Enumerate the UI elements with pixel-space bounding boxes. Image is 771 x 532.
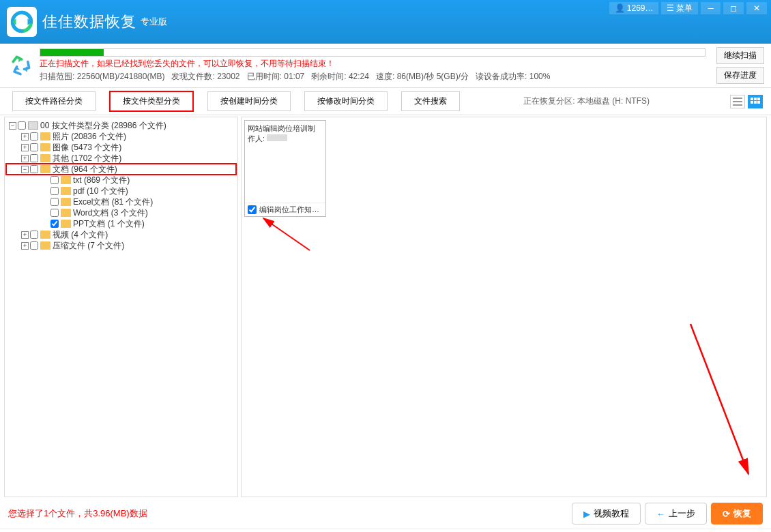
tree-other[interactable]: +其他 (1702 个文件): [6, 153, 236, 164]
expand-icon[interactable]: +: [21, 144, 29, 151]
tree-checkbox[interactable]: [18, 121, 26, 130]
recycle-icon: [7, 52, 34, 79]
tree-checkbox[interactable]: [50, 176, 59, 184]
selection-text: 您选择了1个文件，共3.96(MB)数据: [8, 507, 147, 520]
tabs-row: 按文件路径分类 按文件类型分类 按创建时间分类 按修改时间分类 文件搜索 正在恢…: [0, 87, 771, 115]
svg-rect-5: [751, 98, 753, 100]
view-grid-button[interactable]: [748, 95, 763, 108]
preview-file-label: 编辑岗位工作知…: [259, 205, 319, 215]
preview-checkbox[interactable]: [248, 205, 257, 214]
expand-icon[interactable]: +: [21, 231, 29, 239]
tree-checkbox[interactable]: [50, 220, 59, 228]
expand-icon[interactable]: +: [21, 242, 29, 250]
svg-rect-7: [757, 98, 760, 100]
view-list-button[interactable]: [730, 95, 745, 108]
partition-info: 正在恢复分区: 本地磁盘 (H: NTFS): [523, 95, 650, 107]
folder-icon: [40, 231, 50, 239]
tree-panel: −00 按文件类型分类 (28986 个文件) +照片 (20836 个文件) …: [4, 117, 238, 497]
minimize-button[interactable]: ─: [701, 2, 721, 14]
tab-by-modified[interactable]: 按修改时间分类: [304, 91, 388, 111]
svg-marker-2: [18, 57, 22, 63]
tree-doc[interactable]: −文档 (964 个文件): [6, 164, 236, 175]
tree-checkbox[interactable]: [30, 143, 38, 151]
tree-pdf[interactable]: pdf (10 个文件): [6, 186, 236, 196]
scan-stats: 扫描范围: 22560(MB)/241880(MB) 发现文件数: 23002 …: [40, 71, 705, 83]
preview-panel: 网站编辑岗位培训制作人: 编辑岗位工作知…: [241, 117, 767, 497]
arrow-left-icon: ←: [656, 509, 665, 519]
expand-icon[interactable]: +: [21, 155, 29, 162]
tree-checkbox[interactable]: [30, 241, 38, 250]
svg-line-12: [263, 218, 310, 250]
app-title: 佳佳数据恢复: [42, 12, 136, 32]
tree-txt[interactable]: txt (869 个文件): [6, 175, 236, 186]
menu-icon: ☰: [667, 3, 674, 13]
tree-checkbox[interactable]: [50, 198, 59, 206]
tree-root[interactable]: −00 按文件类型分类 (28986 个文件): [6, 120, 236, 131]
scan-progress: [40, 48, 705, 57]
folder-icon: [40, 143, 50, 151]
continue-scan-button[interactable]: 继续扫描: [716, 47, 764, 64]
preview-card[interactable]: 网站编辑岗位培训制作人: 编辑岗位工作知…: [244, 120, 326, 217]
app-edition: 专业版: [141, 16, 167, 28]
folder-icon: [61, 176, 71, 184]
svg-rect-6: [754, 98, 757, 100]
svg-marker-3: [24, 66, 27, 72]
collapse-icon[interactable]: −: [9, 122, 16, 130]
folder-icon: [61, 187, 71, 195]
video-icon: ▶: [583, 509, 590, 519]
svg-rect-8: [751, 101, 753, 104]
footer: 官方网站 免费咨询 i关于软件 高清视频教程，数据恢复从入门到精通，点击立即学习…: [0, 529, 771, 532]
previous-button[interactable]: ←上一步: [645, 503, 707, 524]
folder-icon: [40, 165, 50, 173]
svg-rect-9: [754, 101, 757, 104]
tree-video[interactable]: +视频 (4 个文件): [6, 229, 236, 240]
content-area: −00 按文件类型分类 (28986 个文件) +照片 (20836 个文件) …: [0, 115, 771, 499]
scan-section: 正在扫描文件，如果已经找到您丢失的文件，可以立即恢复，不用等待扫描结束！ 扫描范…: [0, 44, 771, 87]
title-bar: 佳佳数据恢复 专业版 👤1269… ☰菜单 ─ ◻ ✕: [0, 0, 771, 44]
drive-icon: [28, 121, 38, 130]
tree-checkbox[interactable]: [30, 154, 38, 162]
svg-rect-10: [757, 101, 760, 104]
tree-ppt[interactable]: PPT文档 (1 个文件): [6, 218, 236, 229]
save-progress-button[interactable]: 保存进度: [716, 67, 764, 84]
tree-checkbox[interactable]: [30, 165, 38, 173]
svg-marker-4: [14, 67, 20, 70]
tree-image[interactable]: +图像 (5473 个文件): [6, 142, 236, 153]
recover-button[interactable]: ⟳恢复: [711, 503, 763, 524]
tree-checkbox[interactable]: [30, 132, 38, 141]
scan-message: 正在扫描文件，如果已经找到您丢失的文件，可以立即恢复，不用等待扫描结束！: [40, 58, 705, 70]
tree-word[interactable]: Word文档 (3 个文件): [6, 207, 236, 218]
folder-icon: [40, 154, 50, 162]
refresh-icon: ⟳: [723, 509, 730, 519]
maximize-button[interactable]: ◻: [723, 2, 744, 14]
folder-icon: [40, 241, 50, 250]
tab-search[interactable]: 文件搜索: [401, 91, 460, 111]
annotation-arrow: [255, 213, 317, 261]
folder-icon: [61, 198, 71, 206]
user-icon: 👤: [615, 3, 625, 13]
tree-checkbox[interactable]: [50, 209, 59, 217]
tree-checkbox[interactable]: [50, 187, 59, 195]
video-tutorial-button[interactable]: ▶视频教程: [572, 503, 641, 524]
tree-archive[interactable]: +压缩文件 (7 个文件): [6, 240, 236, 251]
tree-checkbox[interactable]: [30, 231, 38, 239]
tree-excel[interactable]: Excel文档 (81 个文件): [6, 196, 236, 207]
tab-by-type[interactable]: 按文件类型分类: [109, 91, 194, 112]
app-logo: [7, 7, 37, 37]
tree-photo[interactable]: +照片 (20836 个文件): [6, 131, 236, 142]
close-button[interactable]: ✕: [746, 2, 767, 14]
tab-by-created[interactable]: 按创建时间分类: [207, 91, 291, 111]
menu-button[interactable]: ☰菜单: [661, 2, 698, 14]
preview-thumb: 网站编辑岗位培训制作人:: [245, 121, 325, 203]
user-badge-button[interactable]: 👤1269…: [609, 2, 659, 14]
folder-icon: [61, 209, 71, 217]
folder-icon: [61, 220, 71, 228]
expand-icon[interactable]: +: [21, 133, 29, 141]
folder-icon: [40, 132, 50, 141]
tab-by-path[interactable]: 按文件路径分类: [12, 91, 96, 111]
selection-row: 您选择了1个文件，共3.96(MB)数据 ▶视频教程 ←上一步 ⟳恢复: [0, 499, 771, 529]
collapse-icon[interactable]: −: [21, 166, 29, 173]
